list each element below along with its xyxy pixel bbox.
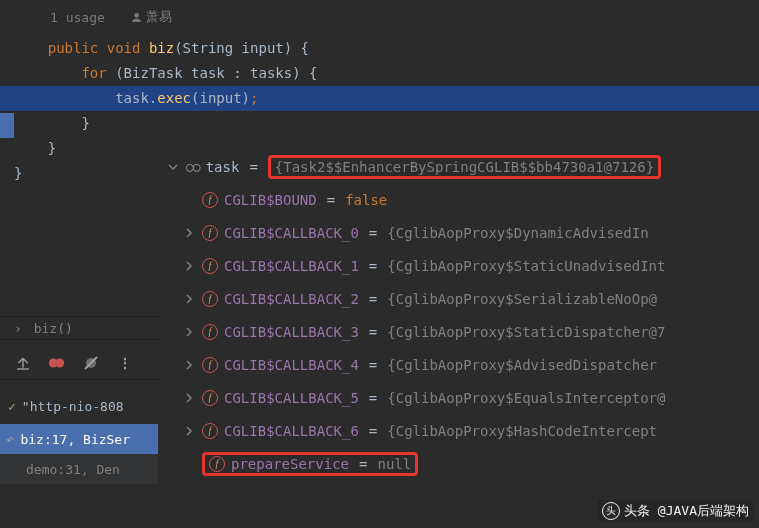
variable-value: {Task2$$EnhancerBySpringCGLIB$$bb4730a1@… [275, 159, 654, 175]
variable-value: {CglibAopProxy$StaticDispatcher@7 [387, 324, 665, 340]
variable-name: CGLIB$CALLBACK_0 [224, 225, 359, 241]
variable-name: CGLIB$CALLBACK_4 [224, 357, 359, 373]
debug-toolbar: ⋮ [0, 346, 158, 380]
usage-hints: 1 usage 萧易 [0, 8, 759, 36]
undo-icon: ↶ [6, 431, 14, 447]
variable-name: CGLIB$BOUND [224, 192, 317, 208]
watermark-logo-icon: 头 [602, 502, 620, 520]
svg-point-2 [55, 358, 64, 367]
expand-icon[interactable] [182, 325, 196, 339]
code-line[interactable]: public void biz(String input) { [0, 36, 759, 61]
variable-row[interactable]: fCGLIB$CALLBACK_0={CglibAopProxy$Dynamic… [158, 216, 759, 249]
expand-icon[interactable] [182, 424, 196, 438]
variable-value: {CglibAopProxy$EqualsInterceptor@ [387, 390, 665, 406]
more-icon[interactable]: ⋮ [116, 354, 134, 372]
breadcrumb-method[interactable]: biz() [34, 321, 73, 336]
expand-icon[interactable] [182, 358, 196, 372]
variable-name: CGLIB$CALLBACK_6 [224, 423, 359, 439]
breakpoint-stripe[interactable] [0, 113, 14, 138]
variable-row[interactable]: fCGLIB$CALLBACK_3={CglibAopProxy$StaticD… [158, 315, 759, 348]
variable-row[interactable]: f prepareService = null [158, 447, 759, 480]
field-icon: f [202, 324, 218, 340]
variable-value: {CglibAopProxy$SerializableNoOp@ [387, 291, 657, 307]
frame-label: demo:31, Den [26, 462, 120, 477]
highlight-box: {Task2$$EnhancerBySpringCGLIB$$bb4730a1@… [268, 155, 661, 179]
variables-panel[interactable]: ○○ task = {Task2$$EnhancerBySpringCGLIB$… [158, 150, 759, 480]
variable-row[interactable]: fCGLIB$CALLBACK_5={CglibAopProxy$EqualsI… [158, 381, 759, 414]
frame-row[interactable]: demo:31, Den [0, 454, 158, 484]
variable-row[interactable]: fCGLIB$CALLBACK_1={CglibAopProxy$StaticU… [158, 249, 759, 282]
mute-breakpoints-icon[interactable] [82, 354, 100, 372]
expand-icon[interactable] [182, 259, 196, 273]
variable-name: task [206, 159, 240, 175]
variable-name: CGLIB$CALLBACK_5 [224, 390, 359, 406]
field-icon: f [209, 456, 225, 472]
field-icon: f [202, 258, 218, 274]
upload-icon[interactable] [14, 354, 32, 372]
watermark: 头 头条 @JAVA后端架构 [598, 500, 753, 522]
check-icon: ✓ [8, 399, 16, 414]
field-icon: f [202, 291, 218, 307]
svg-point-0 [134, 12, 139, 17]
variable-name: CGLIB$CALLBACK_1 [224, 258, 359, 274]
variable-name: prepareService [231, 456, 349, 472]
thread-selector[interactable]: ✓ "http-nio-808 [0, 392, 158, 420]
field-icon: f [202, 357, 218, 373]
field-icon: f [202, 225, 218, 241]
code-line[interactable]: } [0, 111, 759, 136]
variable-value: null [377, 456, 411, 472]
author-hint[interactable]: 萧易 [131, 8, 172, 26]
field-icon: f [202, 423, 218, 439]
execution-line[interactable]: task.exec(input); [0, 86, 759, 111]
variable-row[interactable]: fCGLIB$BOUND=false [158, 183, 759, 216]
expand-icon[interactable] [182, 292, 196, 306]
variable-value: {CglibAopProxy$HashCodeIntercept [387, 423, 657, 439]
variable-row[interactable]: fCGLIB$CALLBACK_2={CglibAopProxy$Seriali… [158, 282, 759, 315]
variable-name: CGLIB$CALLBACK_2 [224, 291, 359, 307]
watch-icon: ○○ [186, 159, 200, 174]
variable-root[interactable]: ○○ task = {Task2$$EnhancerBySpringCGLIB$… [158, 150, 759, 183]
variable-value: false [345, 192, 387, 208]
code-line[interactable]: for (BizTask task : tasks) { [0, 61, 759, 86]
variable-name: CGLIB$CALLBACK_3 [224, 324, 359, 340]
field-icon: f [202, 390, 218, 406]
usage-count[interactable]: 1 usage [50, 10, 105, 25]
variable-row[interactable]: fCGLIB$CALLBACK_4={CglibAopProxy$Advised… [158, 348, 759, 381]
variable-value: {CglibAopProxy$StaticUnadvisedInt [387, 258, 665, 274]
breakpoints-icon[interactable] [48, 354, 66, 372]
frames-list[interactable]: ↶ biz:17, BizSer demo:31, Den [0, 424, 158, 484]
variable-row[interactable]: fCGLIB$CALLBACK_6={CglibAopProxy$HashCod… [158, 414, 759, 447]
breadcrumb[interactable]: › biz() [0, 316, 158, 340]
expand-icon[interactable] [182, 391, 196, 405]
thread-name: "http-nio-808 [22, 399, 124, 414]
collapse-icon[interactable] [166, 160, 180, 174]
field-icon: f [202, 192, 218, 208]
expand-icon[interactable] [182, 226, 196, 240]
chevron-right-icon: › [10, 321, 26, 336]
frame-row[interactable]: ↶ biz:17, BizSer [0, 424, 158, 454]
variable-value: {CglibAopProxy$AdvisedDispatcher [387, 357, 657, 373]
variable-value: {CglibAopProxy$DynamicAdvisedIn [387, 225, 648, 241]
frame-label: biz:17, BizSer [20, 432, 130, 447]
highlight-box: f prepareService = null [202, 452, 418, 476]
